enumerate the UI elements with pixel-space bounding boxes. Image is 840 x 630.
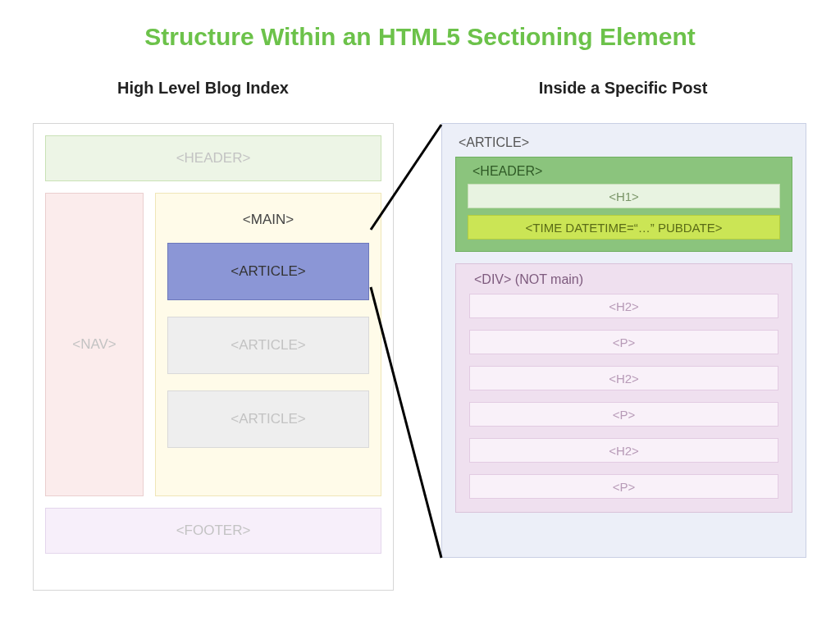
nav-box: <NAV> xyxy=(45,193,144,496)
header-box: <HEADER> xyxy=(45,135,381,181)
article-label: <ARTICLE> xyxy=(459,135,792,150)
footer-box: <FOOTER> xyxy=(45,508,381,554)
article-detail-panel: <ARTICLE> <HEADER> <H1> <TIME DATETIME=“… xyxy=(441,123,806,558)
h2-box: <H2> xyxy=(469,438,778,463)
div-box: <DIV> (NOT main) <H2> <P> <H2> <P> <H2> … xyxy=(455,263,792,513)
div-label: <DIV> (NOT main) xyxy=(474,272,778,287)
main-label: <MAIN> xyxy=(167,212,369,228)
h1-box: <H1> xyxy=(468,184,780,208)
left-subtitle: High Level Blog Index xyxy=(0,79,406,98)
time-box: <TIME DATETIME=“…” PUBDATE> xyxy=(468,215,780,240)
subtitles-row: High Level Blog Index Inside a Specific … xyxy=(0,79,840,98)
p-box: <P> xyxy=(469,402,778,427)
page-title: Structure Within an HTML5 Sectioning Ele… xyxy=(0,0,840,51)
inner-header-box: <HEADER> <H1> <TIME DATETIME=“…” PUBDATE… xyxy=(455,157,792,252)
article-box-focused: <ARTICLE> xyxy=(167,243,369,300)
diagram-canvas: <HEADER> <NAV> <MAIN> <ARTICLE> <ARTICLE… xyxy=(0,123,840,599)
h2-box: <H2> xyxy=(469,366,778,390)
article-box: <ARTICLE> xyxy=(167,317,369,374)
h2-box: <H2> xyxy=(469,294,778,318)
main-box: <MAIN> <ARTICLE> <ARTICLE> <ARTICLE> xyxy=(155,193,381,496)
p-box: <P> xyxy=(469,330,778,354)
p-box: <P> xyxy=(469,474,778,499)
article-box: <ARTICLE> xyxy=(167,390,369,448)
right-subtitle: Inside a Specific Post xyxy=(406,79,840,98)
inner-header-label: <HEADER> xyxy=(472,164,780,179)
blog-index-panel: <HEADER> <NAV> <MAIN> <ARTICLE> <ARTICLE… xyxy=(33,123,394,591)
